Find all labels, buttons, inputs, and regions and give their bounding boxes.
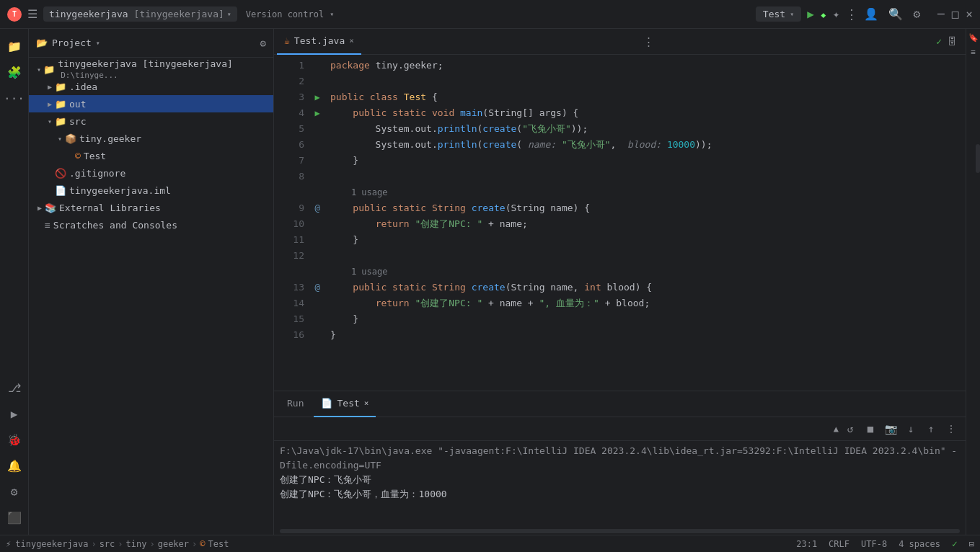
code-line-5: System.out.println(create("飞兔小哥")); [325,121,955,137]
maximize-button[interactable]: □ [952,7,959,21]
coverage-button[interactable]: ✦ [833,7,840,21]
sidebar-item-test[interactable]: © Test [29,147,273,164]
console-horizontal-scrollbar[interactable] [280,529,960,533]
run-tool-button[interactable]: ▶ [3,402,26,425]
bookmarks-icon[interactable]: 🔖 [968,32,979,43]
git-tool-button[interactable]: ⎇ [3,376,26,399]
sidebar-item-extlibs[interactable]: ▶ 📚 External Libraries [29,199,273,216]
scroll-up-button[interactable]: ▲ [834,424,839,434]
account-icon[interactable]: 👤 [864,7,878,21]
terminal-tool-button[interactable]: ⬛ [3,506,26,529]
gutter-15 [310,311,325,327]
scroll-to-end-button[interactable]: ↓ [902,420,919,437]
project-name-button[interactable]: tinygeekerjava [tinygeekerjava] ▾ [43,6,237,22]
sidebar-item-idea[interactable]: ▶ 📁 .idea [29,78,273,95]
more-options-button[interactable]: ⋮ [943,420,960,437]
console-output-text-1: 创建了NPC：飞兔小哥 [280,474,371,485]
sidebar-item-src[interactable]: ▾ 📁 src [29,112,273,130]
gutter-usage2 [310,264,325,280]
snapshot-icon: 📷 [885,423,897,435]
scratches-icon: ≡ [45,220,50,231]
package-icon: 📦 [65,133,76,144]
hamburger-menu-icon[interactable]: ☰ [27,7,37,21]
breadcrumb-test[interactable]: Test [208,539,229,549]
tab-bar: ☕ Test.java × ⋮ ✓ 🗄 [274,29,966,55]
extlibs-icon: 📚 [45,202,56,213]
settings-tool-button[interactable]: ⚙ [3,480,26,503]
sidebar-item-out[interactable]: ▶ 📁 out [29,95,273,112]
sidebar-title: Project [52,37,92,48]
line-num-15: 15 [274,311,304,327]
rerun-button[interactable]: ↺ [842,420,859,437]
breadcrumb-tiny[interactable]: tiny [126,539,147,549]
breadcrumb-icon: © [200,539,205,549]
version-control-label[interactable]: Version control [246,9,324,19]
search-icon[interactable]: 🔍 [888,7,903,21]
tab-bar-settings[interactable]: ⋮ [637,35,660,48]
notification-tool-button[interactable]: 🔔 [3,454,26,477]
sidebar-item-scratches[interactable]: ≡ Scratches and Consoles [29,216,273,233]
structure-icon[interactable]: ≡ [968,46,979,58]
gutter-usage1 [310,184,325,200]
tab-run-label: Run [287,398,304,409]
plugins-tool-button[interactable]: 🧩 [3,61,26,84]
sidebar-header-icons: ⚙ [260,37,266,49]
more-tool-windows[interactable]: ··· [3,86,26,110]
breadcrumb-src[interactable]: src [100,539,115,549]
line-num-9: 9 [274,200,304,216]
line-ending[interactable]: CRLF [829,539,849,549]
gutter-9-at[interactable]: @ [310,200,325,216]
line-num-14: 14 [274,295,304,311]
debug-button[interactable]: ⬥ [820,7,827,21]
more-run-options[interactable]: ⋮ [845,6,858,22]
tab-run[interactable]: Run [280,391,311,417]
collapse-button[interactable]: ↑ [922,420,940,437]
tab-test-run[interactable]: 📄 Test × [314,391,376,417]
gutter-2 [310,74,325,89]
code-line-13: public static String create(String name,… [325,280,955,295]
gutter-13-at[interactable]: @ [310,280,325,295]
code-content[interactable]: package tiny.geeker; public class Test {… [325,55,955,391]
sidebar-item-iml[interactable]: 📄 tinygeekerjava.iml [29,182,273,199]
root-folder-icon: 📁 [43,64,55,75]
out-name: out [69,99,86,110]
stop-button[interactable]: ■ [862,420,879,437]
debug-tool-button[interactable]: 🐞 [3,428,26,451]
src-folder-icon: 📁 [55,116,66,127]
root-name: tinygeekerjava [tinygeekerjava] D:\tinyg… [58,58,268,80]
breadcrumb-geeker[interactable]: geeker [158,539,189,549]
tab-test-java[interactable]: ☕ Test.java × [277,29,361,55]
editor-scrollbar[interactable] [955,55,966,391]
indent-label[interactable]: 4 spaces [899,539,940,549]
sidebar-gear-icon[interactable]: ⚙ [260,37,266,49]
run-config-selector[interactable]: Test ▾ [756,6,801,22]
sep-2: › [118,539,123,549]
more-icon: ··· [4,92,25,105]
sidebar-item-gitignore[interactable]: 🚫 .gitignore [29,164,273,182]
encoding[interactable]: UTF-8 [861,539,887,549]
run-button[interactable]: ▶ [807,7,814,21]
gutter-4-run[interactable]: ▶ [310,105,325,121]
sidebar-item-tiny-geeker[interactable]: ▾ 📦 tiny.geeker [29,130,273,147]
sidebar-item-root[interactable]: ▾ 📁 tinygeekerjava [tinygeekerjava] D:\t… [29,61,273,78]
database-icon[interactable]: 🗄 [948,36,957,47]
iml-file-icon: 📄 [55,185,66,196]
tab-test-close[interactable]: × [364,399,369,408]
tab-close-button[interactable]: × [349,36,354,45]
breadcrumb-project[interactable]: tinygeekerjava [15,539,88,549]
sidebar-header: 📂 Project ▾ ⚙ [29,29,273,58]
close-button[interactable]: × [966,7,973,21]
sidebar-scrollbar[interactable] [976,144,980,173]
iml-name: tinygeekerjava.iml [69,185,171,196]
cursor-position[interactable]: 23:1 [796,539,817,549]
project-tool-button[interactable]: 📁 [3,35,26,58]
gutter-3-run[interactable]: ▶ [310,89,325,105]
line-num-2: 2 [274,74,304,89]
gutter-7 [310,153,325,169]
git-icon: ⎇ [8,381,21,395]
settings-icon[interactable]: ⚙ [913,7,920,21]
snapshot-button[interactable]: 📷 [882,420,899,437]
minimize-button[interactable]: ─ [937,7,945,21]
code-editor[interactable]: 1 2 3 4 5 6 7 8 9 10 11 12 13 14 15 [274,55,966,391]
scrollbar-toggle-icon[interactable]: ⊟ [969,539,974,549]
